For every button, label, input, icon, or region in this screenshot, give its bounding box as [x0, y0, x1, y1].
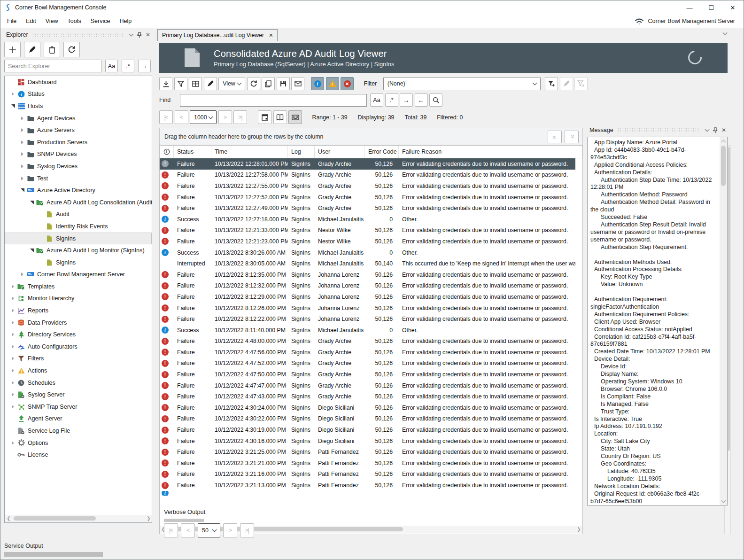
table-row[interactable]: !Failure10/12/2022 4:30:22.000 PMSignIns… [160, 413, 575, 425]
verbose-splitter[interactable] [164, 519, 204, 522]
refresh-view-button[interactable] [247, 77, 260, 90]
table-row[interactable]: !Failure10/12/2022 4:30:19.000 PMSignIns… [160, 424, 575, 436]
expand-expander-icon[interactable] [19, 177, 26, 180]
prev-page-button[interactable]: < [175, 110, 188, 124]
tree-item-actions[interactable]: Actions [5, 365, 152, 377]
table-row[interactable]: !Failure10/12/2022 4:30:24.000 PMSignIns… [160, 402, 575, 413]
dictionary-button[interactable] [273, 110, 287, 124]
tree-item-azure-servers[interactable]: Azure Servers [5, 124, 152, 136]
table-row[interactable]: i [160, 491, 575, 496]
expand-expander-icon[interactable] [9, 441, 16, 445]
tabstrip-chevron-icon[interactable] [723, 31, 728, 35]
scroll-right-icon[interactable]: ❯ [145, 515, 152, 522]
table-row[interactable]: !Interrupted10/13/2022 8:30:05.000 AMSig… [160, 258, 575, 269]
find-next-button[interactable]: → [400, 93, 413, 107]
tree-item-service-log-file[interactable]: Service Log File [5, 425, 152, 437]
scroll-down-icon[interactable] [720, 498, 727, 505]
scroll-right-icon[interactable]: ❯ [575, 526, 582, 533]
menu-view[interactable]: View [41, 18, 63, 24]
table-row[interactable]: !Failure10/12/2022 8:12:26.000 PMSignIns… [160, 303, 575, 314]
find-prev-button[interactable]: ← [415, 93, 428, 107]
expand-expander-icon[interactable] [19, 272, 26, 276]
tree-item-signins[interactable]: SignIns [5, 233, 152, 245]
chevron-down-icon[interactable] [127, 31, 135, 39]
tree-item-azure-ad-audit-log-consolidation-audit[interactable]: Azure AD Audit Log Consolidation (Audit, [5, 196, 152, 209]
tree-item-schedules[interactable]: Schedules [5, 377, 152, 389]
chevron-down-icon[interactable] [703, 126, 711, 134]
tree-item-snmp-devices[interactable]: SNMP Devices [5, 148, 152, 161]
expand-expander-icon[interactable] [9, 357, 16, 360]
table-row[interactable]: !Failure10/13/2022 12:27:55.000 PMSignIn… [160, 180, 575, 192]
expand-expander-icon[interactable] [19, 128, 26, 132]
tree-item-production-servers[interactable]: Production Servers [5, 136, 152, 148]
table-row[interactable]: !Failure10/12/2022 3:21:21.000 PMSignIns… [160, 458, 575, 469]
verbose-page-size-select[interactable]: 50 [198, 523, 220, 537]
match-case-button[interactable]: Aa [105, 60, 118, 72]
add-button[interactable] [4, 42, 21, 57]
expand-expander-icon[interactable] [9, 345, 16, 349]
col-user[interactable]: User [315, 146, 365, 158]
table-row[interactable]: !Failure10/12/2022 4:47:56.000 PMSignIns… [160, 347, 575, 358]
table-row[interactable]: !Failure10/13/2022 12:28:01.000 PMSignIn… [160, 158, 575, 170]
table-row[interactable]: iSuccess10/13/2022 12:27:18.000 PMSignIn… [160, 214, 575, 225]
expand-expander-icon[interactable] [9, 393, 16, 397]
col-time[interactable]: Time [211, 146, 288, 158]
table-row[interactable]: !Failure10/13/2022 12:27:58.000 PMSignIn… [160, 170, 575, 181]
expand-expander-icon[interactable] [19, 152, 26, 156]
tree-item-syslog-devices[interactable]: Syslog Devices [5, 160, 152, 172]
expand-expander-icon[interactable] [19, 140, 26, 144]
table-row[interactable]: !Failure10/12/2022 3:21:13.000 PMSignIns… [160, 480, 575, 491]
pin-icon[interactable] [135, 31, 144, 39]
tree-item-dashboard[interactable]: Dashboard [5, 76, 152, 88]
group-by-bar[interactable]: Drag the column header here to group the… [159, 128, 583, 145]
expand-expander-icon[interactable] [9, 92, 16, 96]
expand-expander-icon[interactable] [9, 309, 16, 312]
tree-item-monitor-hierarchy[interactable]: Monitor Hierarchy [5, 293, 152, 305]
tree-item-azure-active-directory[interactable]: Azure Active Directory [5, 184, 152, 196]
table-row[interactable]: !Failure10/12/2022 4:47:52.000 PMSignIns… [160, 358, 575, 369]
table-row[interactable]: !Failure10/13/2022 12:27:52.000 PMSignIn… [160, 192, 575, 203]
table-row[interactable]: !Failure10/12/2022 4:48:00.000 PMSignIns… [160, 336, 575, 347]
col-info-icon[interactable] [160, 146, 174, 158]
tree-item-corner-bowl-management-server[interactable]: Corner Bowl Management Server [5, 269, 152, 281]
tree-item-snmp-trap-server[interactable]: SNMP Trap Server [5, 401, 152, 413]
tab-close-icon[interactable]: ✕ [269, 32, 273, 39]
next-page-button[interactable]: > [218, 110, 232, 124]
clear-filter-button[interactable] [574, 77, 588, 90]
expand-expander-icon[interactable] [9, 321, 16, 325]
pin-icon[interactable] [711, 126, 720, 134]
menu-file[interactable]: File [2, 18, 21, 24]
collapse-expander-icon[interactable] [19, 188, 26, 192]
collapse-expander-icon[interactable] [9, 104, 16, 108]
col-error-code[interactable]: Error Code [365, 146, 399, 158]
menu-service[interactable]: Service [86, 18, 115, 24]
panel-grip[interactable] [32, 33, 123, 37]
save-button[interactable] [277, 77, 290, 90]
col-failure-reason[interactable]: Failure Reason [399, 146, 582, 158]
tree-item-identity-risk-events[interactable]: Identity Risk Events [5, 220, 152, 233]
table-row[interactable]: !Failure10/13/2022 12:21:23.000 PMSignIn… [160, 236, 575, 247]
expand-expander-icon[interactable] [19, 117, 26, 120]
tree-item-filters[interactable]: Filters [5, 353, 152, 365]
export-button[interactable] [159, 77, 172, 90]
add-filter-button[interactable] [545, 77, 558, 90]
edit-button[interactable] [24, 42, 40, 57]
explorer-search-input[interactable] [4, 60, 101, 72]
edit-filter-button[interactable] [560, 77, 573, 90]
table-row[interactable]: !Failure10/12/2022 3:21:16.000 PMSignIns… [160, 469, 575, 480]
menu-tools[interactable]: Tools [63, 18, 86, 24]
maximize-button[interactable]: ☐ [700, 0, 722, 15]
delete-button[interactable] [44, 42, 60, 57]
tree-item-data-providers[interactable]: Data Providers [5, 317, 152, 329]
tree-item-audit[interactable]: Audit [5, 209, 152, 221]
find-case-button[interactable]: Aa [370, 93, 383, 107]
verbose-next-button[interactable]: > [223, 523, 237, 537]
table-row[interactable]: !Failure10/12/2022 4:47:47.000 PMSignIns… [160, 380, 575, 391]
tree-item-azure-ad-audit-log-monitor-signins[interactable]: Azure AD Audit Log Monitor (SignIns) [5, 244, 152, 257]
minimize-button[interactable]: — [679, 0, 700, 15]
menu-help[interactable]: Help [115, 18, 136, 24]
expand-expander-icon[interactable] [9, 333, 16, 336]
regex-button[interactable]: .* [122, 60, 134, 72]
expand-expander-icon[interactable] [9, 296, 16, 300]
scroll-left-icon[interactable]: ❮ [5, 515, 12, 522]
